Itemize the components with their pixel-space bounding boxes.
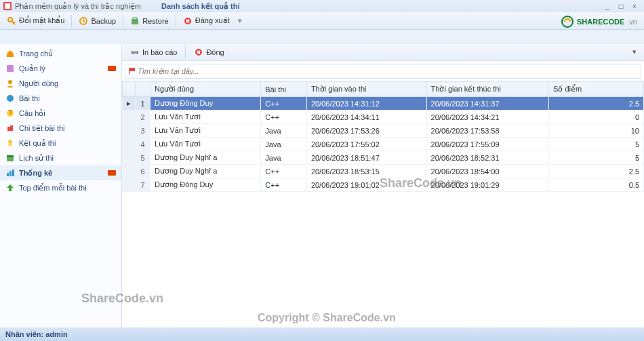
sidebar: Trang chủ Quản lý Người dùng Bài thi ? C… xyxy=(0,43,122,327)
cell-end: 20/06/2023 18:54:00 xyxy=(426,165,548,178)
status-bar: Nhân viên: admin xyxy=(0,327,644,341)
sidebar-item-question[interactable]: ? Câu hỏi xyxy=(0,106,121,121)
badge-icon xyxy=(108,66,116,71)
cell-score: 5 xyxy=(549,138,644,151)
history-icon xyxy=(5,153,15,163)
restore-icon xyxy=(130,16,140,26)
svg-point-11 xyxy=(8,140,12,144)
svg-point-7 xyxy=(8,80,12,84)
close-icon xyxy=(194,47,203,57)
change-password-button[interactable]: Đổi mật khẩu xyxy=(3,15,68,27)
table-row[interactable]: ▸1Dương Đông DuyC++20/06/2023 14:31:1220… xyxy=(123,97,644,111)
backup-icon xyxy=(79,16,88,26)
cell-end: 20/06/2023 17:53:58 xyxy=(426,124,548,138)
row-number: 4 xyxy=(136,138,150,151)
status-text: Nhân viên: admin xyxy=(5,330,68,338)
row-indicator xyxy=(123,111,136,124)
header-score[interactable]: Số điểm xyxy=(549,82,644,97)
row-indicator xyxy=(123,165,136,178)
toolbar-overflow[interactable]: ▾ xyxy=(238,16,242,25)
cell-end: 20/06/2023 19:01:29 xyxy=(426,178,548,192)
cell-score: 2.5 xyxy=(549,165,644,178)
sidebar-item-users[interactable]: Người dùng xyxy=(0,76,121,91)
main-toolbar: Đổi mật khẩu Backup Restore Đăng xuất ▾ xyxy=(0,12,644,30)
table-row[interactable]: 5Dương Duy Nghĩ aJava20/06/2023 18:51:47… xyxy=(123,151,644,165)
manage-icon xyxy=(5,64,15,73)
print-report-button[interactable]: In báo cáo xyxy=(126,46,181,58)
sidebar-item-detail[interactable]: Chi tiết bài thi xyxy=(0,121,121,136)
cell-end: 20/06/2023 18:52:31 xyxy=(426,151,548,165)
cell-exam: C++ xyxy=(261,165,307,178)
sidebar-label: Kết quả thi xyxy=(19,139,56,148)
app-icon xyxy=(3,1,12,11)
header-end[interactable]: Thời gian kết thúc thi xyxy=(426,82,548,97)
row-indicator xyxy=(123,124,136,138)
svg-rect-14 xyxy=(7,173,9,176)
sidebar-label: Người dùng xyxy=(19,79,58,88)
sidebar-item-history[interactable]: Lịch sử thi xyxy=(0,151,121,165)
top-icon xyxy=(5,183,15,193)
svg-point-23 xyxy=(562,16,573,27)
svg-point-8 xyxy=(7,95,14,102)
search-input[interactable] xyxy=(138,67,638,75)
cell-user: Dương Duy Nghĩ a xyxy=(150,151,261,165)
header-user[interactable]: Người dùng xyxy=(150,82,261,97)
printer-icon xyxy=(130,47,140,57)
cell-user: Lưu Văn Tươi xyxy=(150,111,261,124)
table-row[interactable]: 3Lưu Văn TươiJava20/06/2023 17:53:2620/0… xyxy=(123,124,644,138)
svg-rect-15 xyxy=(9,171,12,176)
change-password-label: Đổi mật khẩu xyxy=(19,16,64,25)
cell-end: 20/06/2023 14:34:21 xyxy=(426,111,548,124)
search-box[interactable] xyxy=(125,64,641,79)
results-grid[interactable]: Người dùng Bài thi Thời gian vào thi Thờ… xyxy=(122,81,644,327)
header-exam[interactable]: Bài thi xyxy=(261,82,307,97)
sidebar-item-top[interactable]: Top điểm mỗi bài thi xyxy=(0,180,121,195)
window-title: Phần mềm quản lý và thi trắc nghiệm xyxy=(15,2,141,11)
cell-exam: Java xyxy=(261,124,307,138)
result-icon xyxy=(5,138,15,148)
logout-button[interactable]: Đăng xuất xyxy=(179,15,234,27)
table-row[interactable]: 2Lưu Văn TươiC++20/06/2023 14:34:1120/06… xyxy=(123,111,644,124)
maximize-button[interactable]: □ xyxy=(614,2,628,10)
sidebar-item-stats[interactable]: Thống kê xyxy=(0,165,121,180)
cell-start: 20/06/2023 18:51:47 xyxy=(306,151,426,165)
row-number: 7 xyxy=(136,178,150,192)
logout-label: Đăng xuất xyxy=(195,16,230,25)
cell-exam: Java xyxy=(261,138,307,151)
svg-rect-1 xyxy=(5,3,10,9)
table-row[interactable]: 6Dương Duy Nghĩ aC++20/06/2023 18:53:152… xyxy=(123,165,644,178)
restore-button[interactable]: Restore xyxy=(126,15,173,27)
row-number: 2 xyxy=(136,111,150,124)
header-start[interactable]: Thời gian vào thi xyxy=(306,82,426,97)
cell-end: 20/06/2023 17:55:09 xyxy=(426,138,548,151)
cell-exam: C++ xyxy=(261,97,307,111)
title-bar: Phần mềm quản lý và thi trắc nghiệm Danh… xyxy=(0,0,644,12)
sub-toolbar: In báo cáo Đóng ▾ xyxy=(122,43,644,61)
cell-start: 20/06/2023 17:55:02 xyxy=(306,138,426,151)
backup-button[interactable]: Backup xyxy=(75,15,120,27)
brand-logo: SHARECODE.vn xyxy=(561,15,637,28)
cell-exam: Java xyxy=(261,151,307,165)
sidebar-item-home[interactable]: Trang chủ xyxy=(0,46,121,61)
close-window-button[interactable]: × xyxy=(628,2,641,10)
cell-user: Dương Đông Duy xyxy=(150,97,261,111)
sidebar-label: Trang chủ xyxy=(19,49,53,58)
row-indicator xyxy=(123,138,136,151)
table-row[interactable]: 4Lưu Văn TươiJava20/06/2023 17:55:0220/0… xyxy=(123,138,644,151)
cell-end: 20/06/2023 14:31:37 xyxy=(426,97,548,111)
cell-exam: C++ xyxy=(261,111,307,124)
cell-user: Lưu Văn Tươi xyxy=(150,138,261,151)
close-tab-button[interactable]: Đóng xyxy=(190,46,228,58)
minimize-button[interactable]: _ xyxy=(601,2,614,10)
sidebar-item-exam[interactable]: Bài thi xyxy=(0,91,121,106)
sidebar-item-result[interactable]: Kết quả thi xyxy=(0,136,121,151)
svg-rect-13 xyxy=(7,155,14,157)
cell-user: Lưu Văn Tươi xyxy=(150,124,261,138)
row-indicator xyxy=(123,178,136,192)
home-icon xyxy=(5,49,15,58)
table-row[interactable]: 7Dương Đông DuyC++20/06/2023 19:01:0220/… xyxy=(123,178,644,192)
sidebar-item-manage[interactable]: Quản lý xyxy=(0,61,121,76)
user-icon xyxy=(5,79,15,88)
dropdown-arrow[interactable]: ▾ xyxy=(629,47,640,56)
row-indicator: ▸ xyxy=(123,97,136,111)
